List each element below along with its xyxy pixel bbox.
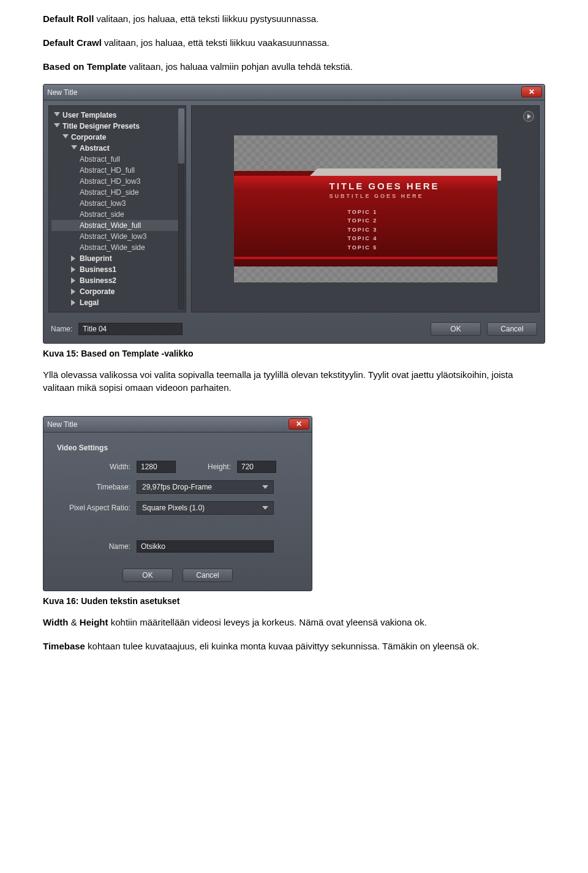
tree-label: Blueprint bbox=[80, 254, 112, 263]
tree-label: Business2 bbox=[80, 276, 116, 285]
name-input[interactable] bbox=[78, 323, 183, 335]
name-input[interactable] bbox=[137, 540, 274, 553]
button-label: Cancel bbox=[500, 325, 523, 333]
dialog-button-row: OK Cancel bbox=[43, 564, 312, 591]
tree-label: Abstract_Wide_low3 bbox=[80, 232, 146, 241]
tree-item[interactable]: Abstract_Wide_low3 bbox=[51, 231, 183, 242]
tree-label: Abstract_low3 bbox=[80, 199, 126, 208]
tree-label: Abstract_HD_low3 bbox=[80, 177, 140, 186]
ok-button[interactable]: OK bbox=[123, 569, 173, 582]
window-title: New Title bbox=[47, 88, 77, 97]
tree-item[interactable]: Abstract_full bbox=[51, 154, 183, 165]
cancel-button[interactable]: Cancel bbox=[487, 322, 537, 336]
paragraph-based-on-template: Based on Template valitaan, jos haluaa v… bbox=[43, 60, 545, 73]
timebase-label: Timebase: bbox=[57, 483, 137, 491]
button-label: OK bbox=[142, 571, 153, 580]
tree-label: Abstract_full bbox=[80, 155, 120, 164]
row-dimensions: Width: Height: bbox=[57, 461, 298, 473]
paragraph-default-roll: Default Roll valitaan, jos haluaa, että … bbox=[43, 12, 545, 25]
term-default-crawl: Default Crawl bbox=[43, 37, 102, 48]
window-titlebar: New Title ✕ bbox=[43, 417, 312, 433]
tree-item[interactable]: Abstract_low3 bbox=[51, 198, 183, 209]
tree-item[interactable]: Abstract_side bbox=[51, 209, 183, 220]
chevron-right-icon bbox=[71, 266, 77, 273]
par-dropdown[interactable]: Square Pixels (1.0) bbox=[137, 501, 274, 515]
timebase-dropdown[interactable]: 29,97fps Drop-Frame bbox=[137, 480, 274, 494]
dialog-footer: Name: OK Cancel bbox=[43, 317, 545, 343]
tree-folder[interactable]: Legal bbox=[51, 297, 183, 308]
tree-item[interactable]: Abstract_HD_full bbox=[51, 165, 183, 176]
preview-title: TITLE GOES HERE bbox=[330, 181, 440, 191]
scrollbar-thumb[interactable] bbox=[178, 108, 184, 164]
term-based-on-template: Based on Template bbox=[43, 61, 126, 72]
text: kohtiin määritellään videosi leveys ja k… bbox=[108, 617, 427, 627]
paragraph-width-height: Width & Height kohtiin määritellään vide… bbox=[43, 616, 545, 629]
name-label: Name: bbox=[51, 325, 72, 333]
button-label: Cancel bbox=[196, 571, 219, 580]
chevron-down-icon bbox=[262, 506, 268, 510]
ok-button[interactable]: OK bbox=[431, 322, 481, 336]
row-name: Name: bbox=[57, 540, 298, 553]
paragraph-template-desc: Yllä olevassa valikossa voi valita sopiv… bbox=[43, 368, 545, 394]
term-default-roll: Default Roll bbox=[43, 13, 94, 24]
preview-topic: TOPIC 1 bbox=[348, 208, 378, 216]
tree-item-selected[interactable]: Abstract_Wide_full bbox=[51, 220, 183, 231]
template-tree[interactable]: User Templates Title Designer Presets Co… bbox=[48, 105, 186, 312]
preview-topic: TOPIC 5 bbox=[348, 243, 378, 252]
close-button[interactable]: ✕ bbox=[288, 418, 309, 429]
chevron-down-icon bbox=[54, 123, 60, 129]
tree-label: Abstract_Wide_full bbox=[80, 221, 141, 230]
tree-label: Abstract_HD_side bbox=[80, 188, 139, 197]
tree-item[interactable]: Abstract_Wide_side bbox=[51, 242, 183, 253]
height-input[interactable] bbox=[237, 461, 276, 473]
preview-topic: TOPIC 4 bbox=[348, 234, 378, 243]
chevron-right-icon bbox=[71, 300, 77, 306]
chevron-down-icon bbox=[71, 145, 77, 151]
tree-folder[interactable]: Business2 bbox=[51, 275, 183, 286]
tree-folder-abstract[interactable]: Abstract bbox=[51, 143, 183, 154]
preview-line bbox=[234, 257, 497, 259]
width-input[interactable] bbox=[137, 461, 176, 473]
dropdown-value: 29,97fps Drop-Frame bbox=[142, 483, 212, 491]
term-timebase: Timebase bbox=[43, 641, 85, 651]
tree-label: Abstract_Wide_side bbox=[80, 243, 145, 252]
chevron-down-icon bbox=[54, 112, 60, 118]
tree-label: Abstract_side bbox=[80, 210, 124, 219]
text: valitaan, jos haluaa, että teksti liikku… bbox=[94, 13, 318, 24]
tree-label: Corporate bbox=[80, 287, 115, 296]
chevron-down-icon bbox=[62, 134, 69, 140]
chevron-right-icon bbox=[71, 289, 77, 295]
button-label: OK bbox=[450, 325, 461, 333]
tree-label: Abstract bbox=[80, 144, 110, 153]
paragraph-timebase: Timebase kohtaan tulee kuvataajuus, eli … bbox=[43, 640, 545, 652]
close-icon: ✕ bbox=[296, 420, 302, 428]
tree-item[interactable]: Abstract_HD_low3 bbox=[51, 176, 183, 187]
tree-folder-corporate[interactable]: Corporate bbox=[51, 132, 183, 143]
preview-canvas: TITLE GOES HERE SUBTITLE GOES HERE TOPIC… bbox=[234, 135, 497, 282]
tree-label: Corporate bbox=[71, 133, 106, 142]
close-button[interactable]: ✕ bbox=[521, 86, 542, 97]
tree-folder[interactable]: Corporate bbox=[51, 286, 183, 297]
dropdown-value: Square Pixels (1.0) bbox=[142, 504, 205, 512]
tree-item[interactable]: Abstract_HD_side bbox=[51, 187, 183, 198]
row-par: Pixel Aspect Ratio: Square Pixels (1.0) bbox=[57, 501, 298, 515]
text: valitaan, jos haluaa valmiin pohjan avul… bbox=[126, 61, 352, 72]
tree-folder-presets[interactable]: Title Designer Presets bbox=[51, 121, 183, 132]
cancel-button[interactable]: Cancel bbox=[183, 569, 233, 582]
tree-folder[interactable]: Business1 bbox=[51, 264, 183, 275]
tree-label: User Templates bbox=[62, 111, 116, 119]
preview-topics: TOPIC 1 TOPIC 2 TOPIC 3 TOPIC 4 TOPIC 5 bbox=[348, 208, 378, 252]
chevron-right-icon bbox=[71, 278, 77, 284]
tree-folder[interactable]: Blueprint bbox=[51, 253, 183, 264]
play-button[interactable] bbox=[523, 111, 534, 122]
preview-topic: TOPIC 2 bbox=[348, 216, 378, 225]
tree-folder-user-templates[interactable]: User Templates bbox=[51, 110, 183, 121]
window-title: New Title bbox=[47, 420, 77, 429]
row-timebase: Timebase: 29,97fps Drop-Frame bbox=[57, 480, 298, 494]
figure-caption-16: Kuva 16: Uuden tekstin asetukset bbox=[43, 596, 545, 606]
template-preview: TITLE GOES HERE SUBTITLE GOES HERE TOPIC… bbox=[191, 105, 540, 312]
tree-label: Abstract_HD_full bbox=[80, 166, 135, 175]
play-icon bbox=[527, 114, 531, 119]
height-label: Height: bbox=[176, 463, 237, 471]
close-icon: ✕ bbox=[529, 88, 535, 96]
